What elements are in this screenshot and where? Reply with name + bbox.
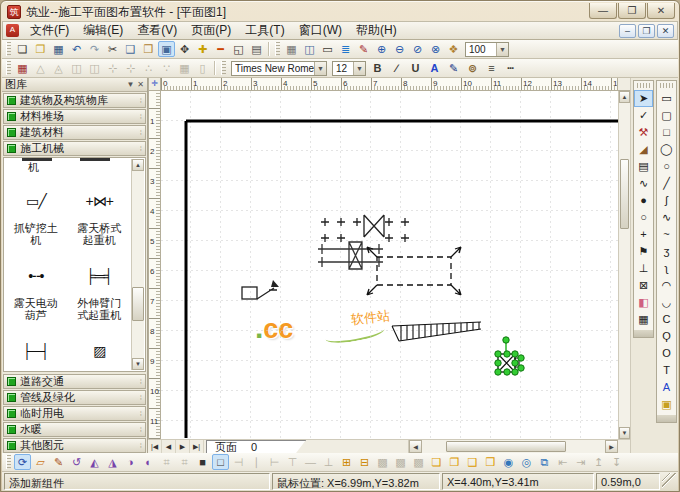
- line-style-button[interactable]: ┅: [502, 60, 519, 76]
- print-button[interactable]: ▤: [248, 41, 265, 57]
- copy-button[interactable]: ❑: [122, 41, 139, 57]
- page-tab[interactable]: 页面 0: [206, 440, 306, 453]
- pyramid-button[interactable]: △: [32, 60, 49, 76]
- snap-grid-button[interactable]: ⌗: [158, 454, 175, 470]
- bring-to-front-button[interactable]: ❏: [428, 454, 445, 470]
- rounded-rect-tool[interactable]: ▢: [657, 107, 676, 124]
- nudge-right-button[interactable]: ⇥: [572, 454, 589, 470]
- oval-tool[interactable]: O: [657, 345, 676, 362]
- horizontal-scrollbar[interactable]: ◀ ▶: [408, 440, 618, 453]
- free-rotate-button[interactable]: ↺: [68, 454, 85, 470]
- distribute-v-button[interactable]: ▩: [392, 454, 409, 470]
- item-outrigger-gantry-crane[interactable]: ╞═╡ 外伸臂门 式起重机: [68, 249, 132, 324]
- union-button[interactable]: ◉: [500, 454, 517, 470]
- flip-horizontal-button[interactable]: ◑: [122, 454, 139, 470]
- node-tool[interactable]: ○: [634, 209, 653, 226]
- delete-point-button[interactable]: ━: [212, 41, 229, 57]
- category-buildings[interactable]: 建筑物及构筑物库 ⁞: [3, 93, 146, 108]
- rotate-right-button[interactable]: ◮: [104, 454, 121, 470]
- vertical-scrollbar[interactable]: ▲ ▼: [618, 91, 630, 439]
- circle-tool[interactable]: ○: [657, 158, 676, 175]
- align-center-button[interactable]: ∣: [248, 454, 265, 470]
- point-tool[interactable]: ●: [634, 192, 653, 209]
- chevron-down-icon[interactable]: ▼: [314, 62, 326, 75]
- category-plumbing-heating[interactable]: 水暖 ⁞: [3, 422, 146, 437]
- open-curve-tool[interactable]: C: [657, 311, 676, 328]
- same-height-button[interactable]: ⊟: [356, 454, 373, 470]
- line-tool[interactable]: ╱: [657, 175, 676, 192]
- prev-page-button[interactable]: ◀: [162, 440, 176, 453]
- distribute-nodes-button[interactable]: ∵: [158, 60, 175, 76]
- item-excavation-slope[interactable]: ▨ 挖方边坡: [68, 324, 132, 372]
- distribute-h-button[interactable]: ▩: [374, 454, 391, 470]
- toolbar-grip[interactable]: [6, 455, 11, 469]
- align-bottom-button[interactable]: ⊥: [320, 454, 337, 470]
- zoom-combo[interactable]: 100 ▼: [465, 42, 509, 57]
- lock-button[interactable]: ■: [194, 454, 211, 470]
- zoom-page-button[interactable]: ⊗: [427, 41, 444, 57]
- bring-forward-button[interactable]: ❑: [464, 454, 481, 470]
- mdi-restore-button[interactable]: ❐: [638, 24, 655, 38]
- insert-table-button[interactable]: ▦: [14, 60, 31, 76]
- textbox-tool[interactable]: ⊠: [634, 277, 653, 294]
- ellipse-tool[interactable]: ◯: [657, 141, 676, 158]
- minimize-button[interactable]: —: [589, 3, 617, 19]
- fill-color-button[interactable]: ⊚: [464, 60, 481, 76]
- toolbar-grip[interactable]: [6, 42, 11, 56]
- item-grab-excavator[interactable]: ▭╱ 抓铲挖土 机: [4, 174, 68, 249]
- item-electric-hoist[interactable]: •╌• 露天电动 葫芦: [4, 249, 68, 324]
- menu-tools[interactable]: 工具(T): [238, 20, 291, 41]
- category-other-elements[interactable]: 其他图元 ⁞: [3, 438, 146, 453]
- new-button[interactable]: ❏: [14, 41, 31, 57]
- hook-tool[interactable]: ʅ: [657, 260, 676, 277]
- mdi-minimize-button[interactable]: –: [619, 24, 636, 38]
- scroll-down-icon[interactable]: ▼: [619, 427, 630, 439]
- grid-toggle-button[interactable]: ▦: [283, 41, 300, 57]
- chevron-down-icon[interactable]: ▼: [353, 62, 365, 75]
- align-right-button[interactable]: ⊢: [266, 454, 283, 470]
- wave-tool[interactable]: ∿: [657, 209, 676, 226]
- category-pipeline-greening[interactable]: 管线及绿化 ⁞: [3, 390, 146, 405]
- align-middle-button[interactable]: —: [302, 454, 319, 470]
- save-button[interactable]: ▦: [50, 41, 67, 57]
- rotate-left-button[interactable]: ◭: [86, 454, 103, 470]
- text-tool[interactable]: T: [657, 362, 676, 379]
- ruler-corner[interactable]: ✛: [148, 78, 161, 91]
- font-color-button[interactable]: A: [426, 60, 443, 76]
- print-preview-button[interactable]: ◱: [230, 41, 247, 57]
- palette-grip[interactable]: [660, 83, 673, 88]
- tilde-tool[interactable]: ~: [657, 226, 676, 243]
- same-width-button[interactable]: ⊞: [338, 454, 355, 470]
- close-button[interactable]: ✕: [647, 3, 675, 19]
- scroll-left-icon[interactable]: ◀: [409, 440, 422, 453]
- disconnect-shapes-button[interactable]: ⊹: [122, 60, 139, 76]
- last-page-button[interactable]: ▶|: [190, 440, 204, 453]
- align-left-button[interactable]: ⊣: [230, 454, 247, 470]
- send-backward-button[interactable]: ❒: [482, 454, 499, 470]
- category-material-yard[interactable]: 材料堆场 ⁞: [3, 109, 146, 124]
- move-button[interactable]: ✥: [176, 41, 193, 57]
- library-item-partial[interactable]: 机: [4, 158, 131, 174]
- cut-button[interactable]: ✂: [104, 41, 121, 57]
- toolbar-grip[interactable]: [275, 42, 280, 56]
- flag-tool[interactable]: ⚑: [634, 243, 653, 260]
- slope-tool[interactable]: ▤: [634, 158, 653, 175]
- bold-button[interactable]: B: [369, 60, 386, 76]
- rotate-tool-button[interactable]: ⟳: [14, 454, 31, 470]
- snap-shape-button[interactable]: ⌗: [176, 454, 193, 470]
- line-color-button[interactable]: ✎: [445, 60, 462, 76]
- anchor-tool[interactable]: ⊥: [634, 260, 653, 277]
- add-point-button[interactable]: ✚: [194, 41, 211, 57]
- reshape-button[interactable]: ▱: [32, 454, 49, 470]
- block-tool[interactable]: ◧: [634, 294, 653, 311]
- menu-window[interactable]: 窗口(W): [292, 20, 349, 41]
- format-painter-button[interactable]: ◬: [50, 60, 67, 76]
- pointer-tool[interactable]: ➤: [634, 90, 653, 107]
- resize-grip[interactable]: [662, 473, 676, 490]
- spiral-tool[interactable]: Ϙ: [657, 328, 676, 345]
- mdi-close-button[interactable]: ✕: [657, 24, 674, 38]
- recolor-button[interactable]: ✎: [50, 454, 67, 470]
- item-bridge-crane[interactable]: +⋈+ 露天桥式 起重机: [68, 174, 132, 249]
- drawing-viewport[interactable]: .cc 软件站: [161, 91, 618, 439]
- toolbar-grip[interactable]: [6, 61, 11, 75]
